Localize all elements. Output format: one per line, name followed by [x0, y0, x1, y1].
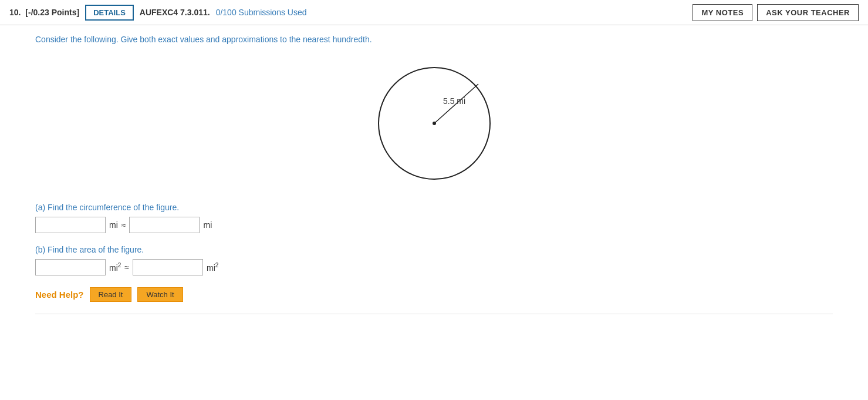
part-a-answer-row: mi ≈ mi [35, 217, 833, 233]
part-b-approx-symbol: ≈ [124, 263, 129, 272]
details-button[interactable]: DETAILS [85, 5, 134, 21]
header-bar: 10. [-/0.23 Points] DETAILS AUFEXC4 7.3.… [0, 0, 868, 25]
part-a-unit1: mi [109, 220, 118, 230]
need-help-label: Need Help? [35, 290, 84, 300]
part-b-unit2: mi2 [207, 262, 218, 273]
problem-instruction: Consider the following. Give both exact … [35, 35, 833, 44]
main-content: Consider the following. Give both exact … [0, 25, 868, 326]
part-b-exact-input[interactable] [35, 259, 106, 275]
header-left: 10. [-/0.23 Points] DETAILS AUFEXC4 7.3.… [9, 5, 307, 21]
circle-svg: 5.5 mi [370, 56, 499, 185]
part-a-approx-symbol: ≈ [121, 220, 126, 230]
part-b-unit1: mi2 [109, 262, 121, 273]
part-a-approx-input[interactable] [129, 217, 200, 233]
question-number: 10. [-/0.23 Points] [9, 8, 79, 17]
header-right: MY NOTES ASK YOUR TEACHER [693, 4, 859, 21]
need-help-section: Need Help? Read It Watch It [35, 287, 833, 302]
part-a-exact-input[interactable] [35, 217, 106, 233]
part-b-approx-input[interactable] [133, 259, 203, 275]
part-a-label: (a) Find the circumference of the figure… [35, 203, 833, 212]
part-a-unit2: mi [203, 220, 212, 230]
my-notes-button[interactable]: MY NOTES [693, 4, 752, 21]
circle-diagram: 5.5 mi [35, 56, 833, 185]
svg-text:5.5 mi: 5.5 mi [443, 96, 465, 106]
section-divider [35, 314, 833, 314]
submissions-used: 0/100 Submissions Used [216, 8, 307, 17]
part-b-label: (b) Find the area of the figure. [35, 245, 833, 254]
read-it-button[interactable]: Read It [90, 287, 132, 302]
watch-it-button[interactable]: Watch It [137, 287, 183, 302]
part-b-answer-row: mi2 ≈ mi2 [35, 259, 833, 275]
problem-code: AUFEXC4 7.3.011. [140, 8, 210, 17]
ask-teacher-button[interactable]: ASK YOUR TEACHER [757, 4, 859, 21]
